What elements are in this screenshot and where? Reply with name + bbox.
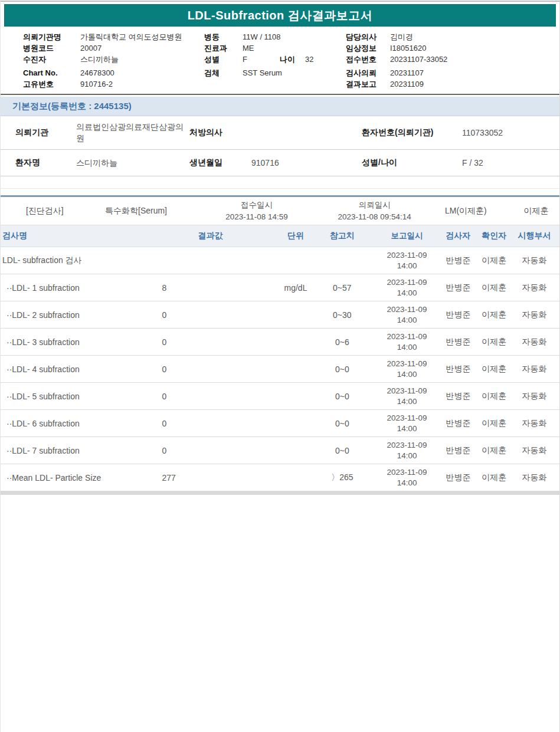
table-bottom-bar — [1, 491, 559, 495]
report-datetime: 2023-11-0914:00 — [376, 304, 438, 325]
department: 자동화 — [509, 283, 559, 293]
column-header-department: 시행부서 — [509, 231, 559, 241]
column-header-unit: 단위 — [283, 231, 308, 241]
department: 자동화 — [509, 445, 559, 456]
report-title-bar: LDL-Subfraction 검사결과보고서 — [4, 4, 556, 27]
reference-range: 0~0 — [308, 365, 376, 374]
department: 자동화 — [509, 255, 559, 266]
test-name: ··LDL- 4 subfraction — [1, 365, 137, 374]
empty-row — [1, 176, 559, 189]
field-label: 병원코드 — [23, 42, 80, 54]
request-datetime-block: 의뢰일시 2023-11-08 09:54:14 — [330, 199, 419, 222]
result-row: ··Mean LDL- Particle Size 277 〉265 2023-… — [1, 464, 559, 491]
field-value: 910716-2 — [80, 78, 113, 90]
field-value: 의료법인삼광의료재단삼광의원 — [76, 122, 189, 144]
field-value: F — [243, 54, 280, 65]
tester: 반병준 — [437, 283, 479, 293]
field-row: 검사의뢰20231107 — [346, 67, 546, 78]
reference-range: 0~0 — [308, 446, 376, 455]
field-label: 성별 — [204, 54, 243, 65]
field-label: 의뢰기관명 — [23, 31, 80, 42]
field-value: 스디끼하늘 — [76, 157, 189, 169]
reference-range: 0~6 — [308, 337, 376, 347]
field-value: 11W / 1108 — [243, 31, 281, 42]
report-datetime: 2023-11-0914:00 — [376, 277, 438, 298]
section-category: [진단검사] — [1, 206, 89, 216]
column-header-report-datetime: 보고일시 — [376, 231, 438, 241]
report-datetime: 2023-11-0914:00 — [376, 331, 438, 352]
department: 자동화 — [509, 337, 559, 347]
field-value: 스디끼하늘 — [80, 54, 119, 65]
field-label: 나이 — [280, 54, 305, 65]
test-name: LDL- subfraction 검사 — [1, 255, 137, 266]
field-label: 성별/나이 — [362, 157, 462, 168]
field-row: 접수번호20231107-33052 — [346, 54, 546, 65]
field-row: 병원코드20007 — [23, 42, 200, 54]
result-value: 0 — [137, 310, 284, 320]
lab-name: LM(이제훈) — [419, 206, 513, 216]
field-label: Chart No. — [23, 67, 80, 78]
result-value: 277 — [137, 473, 284, 482]
field-row: 담당의사김미경 — [346, 31, 546, 42]
column-header-result: 결과값 — [137, 231, 283, 241]
field-value: 24678300 — [80, 67, 114, 78]
tester: 반병준 — [437, 391, 479, 402]
basic-info-bar: 기본정보(등록번호 : 2445135) — [1, 97, 559, 116]
field-row: Chart No.24678300 — [23, 67, 200, 78]
tester: 반병준 — [437, 472, 479, 483]
field-row: 수진자스디끼하늘 — [23, 54, 200, 65]
department: 자동화 — [509, 418, 559, 429]
verifier: 이제훈 — [479, 255, 509, 266]
result-value: 0 — [137, 365, 284, 374]
report-datetime: 2023-11-0914:00 — [376, 467, 438, 488]
field-value: 910716 — [251, 158, 362, 168]
spacer — [1, 189, 559, 195]
result-row: ··LDL- 1 subfraction 8 mg/dL 0~57 2023-1… — [1, 274, 559, 301]
receipt-label: 접수일시 — [183, 199, 330, 211]
verifier: 이제훈 — [479, 337, 509, 347]
field-label: 생년월일 — [189, 157, 251, 168]
field-label: 의뢰기관 — [1, 127, 76, 138]
request-label: 의뢰일시 — [330, 199, 419, 211]
field-value: 20007 — [80, 42, 101, 54]
field-label: 진료과 — [204, 42, 243, 54]
tester: 반병준 — [437, 364, 479, 375]
field-value: I18051620 — [390, 42, 426, 54]
column-header-reference: 참고치 — [308, 231, 376, 241]
field-label: 임상정보 — [346, 42, 390, 54]
reference-range: 0~57 — [308, 283, 376, 293]
report-datetime: 2023-11-0914:00 — [376, 386, 438, 406]
field-label: 처방의사 — [189, 127, 251, 138]
field-value: SST Serum — [243, 67, 282, 78]
field-label: 검체 — [204, 67, 243, 78]
section-divider-dark — [1, 94, 559, 95]
result-row: LDL- subfraction 검사 2023-11-0914:00 반병준 … — [1, 247, 559, 274]
column-header-test-name: 검사명 — [1, 231, 137, 241]
reference-range: 0~0 — [308, 392, 376, 401]
report-datetime: 2023-11-0914:00 — [376, 250, 438, 271]
verifier: 이제훈 — [479, 418, 509, 429]
column-header-tester: 검사자 — [437, 231, 479, 241]
page-top-border — [1, 0, 559, 2]
field-label: 수진자 — [23, 54, 80, 65]
tester: 반병준 — [437, 255, 479, 266]
field-row: 검체SST Serum — [204, 67, 345, 78]
report-datetime: 2023-11-0914:00 — [376, 413, 438, 434]
header-middle-column: 병동11W / 1108 진료과ME 성별 F 나이 32 검체SST Seru… — [204, 31, 345, 78]
results-table-header: 검사명 결과값 단위 참고치 보고일시 검사자 확인자 시행부서 — [1, 225, 559, 247]
result-value: 0 — [137, 446, 284, 455]
verifier: 이제훈 — [479, 391, 509, 402]
field-value: 가톨릭대학교 여의도성모병원 — [80, 31, 182, 42]
field-value: ME — [243, 42, 254, 54]
field-label: 결과보고 — [346, 78, 390, 90]
test-name: ··LDL- 6 subfraction — [1, 419, 137, 428]
receipt-value: 2023-11-08 14:59 — [183, 211, 330, 223]
verifier: 이제훈 — [479, 364, 509, 375]
reference-range: 0~0 — [308, 419, 376, 428]
reference-range: 〉265 — [308, 472, 376, 483]
result-value: 0 — [137, 419, 284, 428]
verifier: 이제훈 — [479, 472, 509, 483]
tester: 반병준 — [437, 310, 479, 320]
result-row: ··LDL- 2 subfraction 0 0~30 2023-11-0914… — [1, 301, 559, 329]
field-label: 환자번호(의뢰기관) — [362, 127, 462, 138]
